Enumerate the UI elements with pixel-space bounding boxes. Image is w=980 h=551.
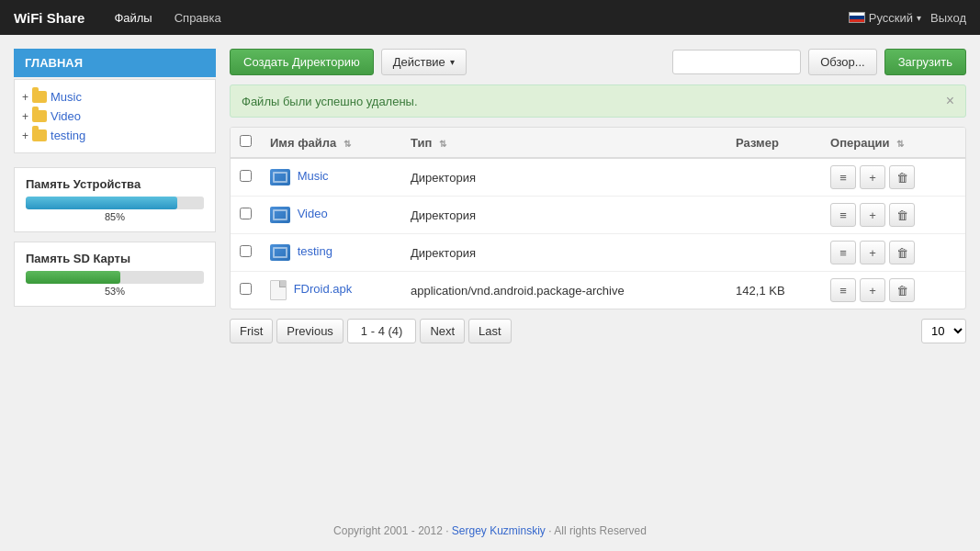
col-name-header: Имя файла ⇅ bbox=[261, 128, 401, 158]
upload-button[interactable]: Загрузить bbox=[884, 49, 966, 75]
first-page-button[interactable]: Frist bbox=[230, 319, 273, 343]
table-row: testing Директория ≡ + 🗑 bbox=[231, 234, 965, 272]
memory-sd-progress-fill bbox=[26, 271, 120, 284]
nav-help[interactable]: Справка bbox=[163, 2, 232, 34]
expand-icon: + bbox=[22, 91, 28, 104]
row-size-cell bbox=[727, 234, 821, 272]
add-op-button[interactable]: + bbox=[860, 203, 885, 227]
per-page-select[interactable]: 102550 bbox=[921, 319, 966, 343]
create-dir-button[interactable]: Создать Директорию bbox=[230, 49, 374, 75]
page-info: 1 - 4 (4) bbox=[347, 319, 417, 343]
list-op-button[interactable]: ≡ bbox=[830, 165, 856, 189]
lang-label: Русский bbox=[869, 11, 913, 25]
delete-op-button[interactable]: 🗑 bbox=[889, 241, 915, 264]
list-op-button[interactable]: ≡ bbox=[830, 278, 856, 302]
lang-caret-icon: ▾ bbox=[917, 13, 921, 23]
memory-sd-title: Память SD Карты bbox=[26, 252, 204, 265]
action-caret-icon: ▾ bbox=[450, 57, 455, 67]
sidebar-tree: + Music + Video + testing bbox=[14, 79, 216, 153]
action-label: Действие bbox=[393, 55, 445, 69]
expand-icon: + bbox=[22, 110, 28, 123]
memory-sd-progress-bg bbox=[26, 271, 204, 284]
table-row: FDroid.apk application/vnd.android.packa… bbox=[231, 272, 965, 309]
pagination-bar: Frist Previous 1 - 4 (4) Next Last 10255… bbox=[230, 319, 966, 343]
ops-buttons: ≡ + 🗑 bbox=[830, 203, 956, 227]
table-row: Video Директория ≡ + 🗑 bbox=[231, 197, 965, 234]
flag-icon bbox=[849, 12, 865, 23]
pagination: Frist Previous 1 - 4 (4) Next Last bbox=[230, 319, 512, 343]
select-all-checkbox[interactable] bbox=[240, 135, 252, 147]
delete-op-button[interactable]: 🗑 bbox=[889, 165, 915, 189]
file-icon bbox=[270, 280, 287, 300]
footer-text2: · All rights Reserved bbox=[546, 524, 647, 537]
per-page-selector: 102550 bbox=[921, 319, 966, 343]
action-button[interactable]: Действие ▾ bbox=[381, 49, 467, 75]
add-op-button[interactable]: + bbox=[860, 165, 885, 189]
sidebar-link-video[interactable]: Video bbox=[51, 109, 81, 123]
row-checkbox[interactable] bbox=[240, 208, 252, 219]
sidebar-link-testing[interactable]: testing bbox=[51, 129, 85, 142]
success-alert: Файлы были успешно удалены. × bbox=[230, 84, 966, 118]
row-checkbox[interactable] bbox=[240, 283, 252, 295]
directory-icon bbox=[270, 207, 290, 223]
sort-arrows-name[interactable]: ⇅ bbox=[344, 139, 351, 149]
file-link[interactable]: Video bbox=[298, 207, 328, 220]
browse-button[interactable]: Обзор... bbox=[808, 49, 876, 75]
memory-device-label: 85% bbox=[26, 211, 204, 222]
folder-icon bbox=[32, 110, 47, 122]
language-button[interactable]: Русский ▾ bbox=[849, 11, 921, 25]
row-name-cell: Music bbox=[261, 158, 401, 197]
next-page-button[interactable]: Next bbox=[420, 319, 465, 343]
file-link[interactable]: Music bbox=[298, 169, 329, 183]
row-size-cell bbox=[727, 197, 821, 234]
col-ops-header: Операции ⇅ bbox=[821, 128, 965, 158]
folder-icon bbox=[32, 129, 47, 141]
sort-arrows-type[interactable]: ⇅ bbox=[439, 139, 446, 149]
row-checkbox-cell bbox=[231, 197, 261, 234]
row-size-cell: 142,1 KB bbox=[727, 272, 821, 309]
row-checkbox[interactable] bbox=[240, 245, 252, 257]
add-op-button[interactable]: + bbox=[860, 278, 885, 302]
sort-arrows-ops[interactable]: ⇅ bbox=[896, 139, 904, 149]
last-page-button[interactable]: Last bbox=[468, 319, 512, 343]
row-ops-cell: ≡ + 🗑 bbox=[821, 197, 965, 234]
row-type-cell: application/vnd.android.package-archive bbox=[401, 272, 727, 309]
row-checkbox-cell bbox=[231, 158, 261, 197]
add-op-button[interactable]: + bbox=[860, 241, 885, 264]
file-link[interactable]: FDroid.apk bbox=[294, 282, 353, 296]
memory-device-box: Память Устройства 85% bbox=[14, 167, 216, 232]
sidebar-link-music[interactable]: Music bbox=[51, 90, 82, 104]
prev-page-button[interactable]: Previous bbox=[276, 319, 344, 343]
sidebar-item-video[interactable]: + Video bbox=[22, 107, 208, 126]
footer-link[interactable]: Sergey Kuzminskiy bbox=[452, 524, 546, 537]
exit-button[interactable]: Выход bbox=[930, 11, 966, 25]
row-name-cell: testing bbox=[261, 234, 401, 272]
row-name-cell: FDroid.apk bbox=[261, 272, 401, 309]
file-table: Имя файла ⇅ Тип ⇅ Размер Операции ⇅ bbox=[230, 127, 966, 309]
table-row: Music Директория ≡ + 🗑 bbox=[231, 158, 965, 197]
sidebar-item-testing[interactable]: + testing bbox=[22, 126, 208, 145]
memory-device-progress-fill bbox=[26, 197, 177, 209]
list-op-button[interactable]: ≡ bbox=[830, 203, 856, 227]
row-name-cell: Video bbox=[261, 197, 401, 234]
main-layout: ГЛАВНАЯ + Music + Video + testing Память… bbox=[0, 35, 980, 511]
topnav: WiFi Share Файлы Справка Русский ▾ Выход bbox=[0, 0, 980, 35]
nav-files[interactable]: Файлы bbox=[103, 2, 163, 34]
delete-op-button[interactable]: 🗑 bbox=[889, 203, 915, 227]
row-checkbox-cell bbox=[231, 272, 261, 309]
footer: Copyright 2001 - 2012 · Sergey Kuzminski… bbox=[0, 511, 980, 551]
list-op-button[interactable]: ≡ bbox=[830, 241, 856, 264]
memory-sd-box: Память SD Карты 53% bbox=[14, 242, 216, 307]
directory-icon bbox=[270, 244, 290, 261]
delete-op-button[interactable]: 🗑 bbox=[889, 278, 915, 302]
folder-icon bbox=[32, 91, 47, 103]
nav-right: Русский ▾ Выход bbox=[849, 11, 966, 25]
sidebar-item-music[interactable]: + Music bbox=[22, 87, 208, 107]
file-path-input[interactable] bbox=[672, 50, 801, 74]
file-link[interactable]: testing bbox=[298, 244, 332, 258]
alert-close-button[interactable]: × bbox=[946, 93, 954, 109]
row-checkbox[interactable] bbox=[240, 170, 252, 182]
expand-icon: + bbox=[22, 129, 28, 142]
file-input-area: Обзор... Загрузить bbox=[672, 49, 966, 75]
row-checkbox-cell bbox=[231, 234, 261, 272]
